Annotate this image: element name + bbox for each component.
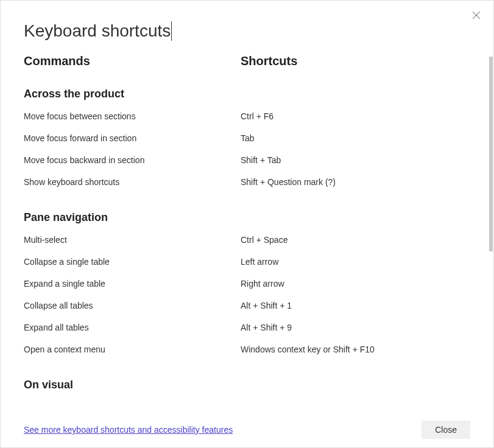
shortcut-command: Open a context menu [24, 345, 241, 354]
shortcut-key: Windows context key or Shift + F10 [241, 345, 458, 354]
shortcut-key: Alt + Shift + 9 [241, 323, 458, 332]
shortcut-row: Show keyboard shortcutsShift + Question … [24, 177, 458, 187]
scrollbar-thumb[interactable] [489, 57, 493, 251]
page-title: Keyboard shortcuts [24, 21, 172, 41]
shortcut-row: Collapse a single tableLeft arrow [24, 257, 458, 267]
shortcut-command: Move focus between sections [24, 111, 241, 121]
section-title: On visual [24, 379, 458, 391]
shortcut-row: Move focus forward in sectionTab [24, 133, 458, 143]
shortcut-command: Expand a single table [24, 279, 241, 289]
shortcut-key: Alt + Shift + 1 [241, 301, 458, 310]
shortcut-key: Shift + Tab [241, 155, 458, 165]
shortcut-key: Tab [241, 133, 458, 143]
shortcut-key: Right arrow [241, 279, 458, 289]
shortcut-command: Move focus backward in section [24, 155, 241, 165]
shortcut-row: Open a context menuWindows context key o… [24, 345, 458, 354]
shortcut-command: Move focus forward in section [24, 133, 241, 143]
shortcut-key: Ctrl + Space [241, 235, 458, 245]
section-title: Across the product [24, 88, 458, 100]
section-title: Pane navigation [24, 211, 458, 224]
column-header-shortcuts: Shortcuts [241, 54, 470, 68]
shortcut-key: Ctrl + F6 [241, 111, 458, 121]
shortcut-command: Expand all tables [24, 323, 241, 332]
see-more-link[interactable]: See more keyboard shortcuts and accessib… [24, 425, 233, 435]
shortcut-command: Show keyboard shortcuts [24, 177, 241, 187]
dialog-footer: See more keyboard shortcuts and accessib… [1, 412, 493, 447]
columns-header: Commands Shortcuts [24, 54, 470, 68]
column-header-commands: Commands [24, 54, 241, 68]
shortcut-command: Collapse all tables [24, 301, 241, 310]
shortcut-row: Move focus between sectionsCtrl + F6 [24, 111, 458, 121]
shortcut-key: Left arrow [241, 257, 458, 267]
shortcut-command: Collapse a single table [24, 257, 241, 267]
shortcut-row: Collapse all tablesAlt + Shift + 1 [24, 301, 458, 310]
shortcut-row: Move focus backward in sectionShift + Ta… [24, 155, 458, 165]
close-button[interactable]: Close [422, 421, 470, 439]
section: Across the productMove focus between sec… [24, 88, 458, 187]
shortcut-command: Multi-select [24, 235, 241, 245]
section: On visual [24, 379, 458, 391]
shortcuts-scroll-area[interactable]: Across the productMove focus between sec… [24, 88, 470, 416]
shortcut-key: Shift + Question mark (?) [241, 177, 458, 187]
shortcut-row: Expand all tablesAlt + Shift + 9 [24, 323, 458, 332]
section: Pane navigationMulti-selectCtrl + SpaceC… [24, 211, 458, 354]
shortcut-row: Expand a single tableRight arrow [24, 279, 458, 289]
dialog-content: Keyboard shortcuts Commands Shortcuts Ac… [1, 1, 493, 413]
shortcut-row: Multi-selectCtrl + Space [24, 235, 458, 245]
